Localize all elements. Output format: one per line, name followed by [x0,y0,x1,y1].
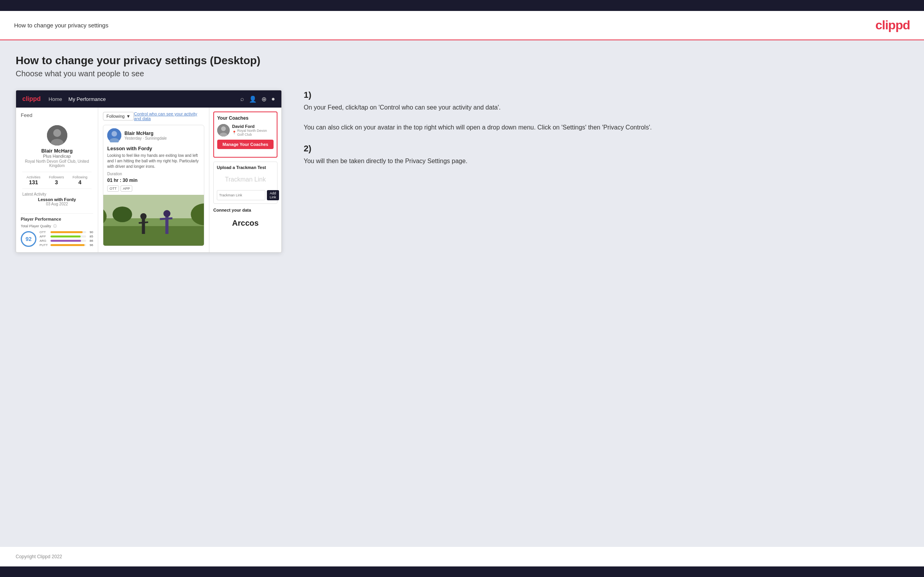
control-privacy-link[interactable]: Control who can see your activity and da… [134,111,204,121]
stat-activities-label: Activities [27,175,41,179]
bars: OTT 90 APP 85 ARG [40,230,93,248]
svg-point-4 [112,131,117,137]
trackman-input[interactable] [217,190,265,200]
latest-activity-label: Latest Activity [22,192,92,196]
latest-activity-name: Lesson with Fordy [22,197,92,202]
bottom-bar [0,566,924,577]
nav-item-home[interactable]: Home [49,96,62,102]
trackman-add-button[interactable]: Add Link [267,190,279,200]
main-content: How to change your privacy settings (Des… [0,40,924,547]
coach-avatar-inner [217,124,230,137]
post-tags: OTT APP [107,185,200,192]
instruction-1: 1) On your Feed, click/tap on 'Control w… [304,90,908,133]
bar-app: APP 85 [40,235,93,238]
svg-point-17 [164,210,171,217]
copyright: Copyright Clippd 2022 [16,554,62,559]
coaches-section: Your Coaches [213,111,277,158]
page-subtitle: Choose what you want people to see [16,69,908,78]
svg-point-20 [221,126,226,131]
app-feed: Following ▼ Control who can see your act… [98,108,209,252]
post-duration-label: Duration [107,172,200,176]
post-meta: Blair McHarg Yesterday · Sunningdale [124,131,200,140]
top-bar [0,0,924,11]
app-body: Feed Blair Mc [16,108,281,252]
profile-club: Royal North Devon Golf Club, United King… [22,159,92,168]
instruction-2-number: 2) [304,144,908,154]
bar-arg: ARG 86 [40,239,93,243]
post-author: Blair McHarg [124,131,200,136]
connect-section: Connect your data Arccos [213,208,277,231]
app-mockup: clippd Home My Performance ⌕ 👤 ⊕ ● Feed [16,90,282,253]
connect-title: Connect your data [213,208,277,212]
trackman-input-row: Add Link [217,190,274,200]
svg-point-1 [53,129,61,137]
instructions: 1) On your Feed, click/tap on 'Control w… [296,90,908,177]
following-label: Following [106,114,124,119]
info-icon: ⓘ [53,224,57,228]
svg-point-10 [113,207,132,222]
svg-rect-7 [103,226,204,246]
coaches-title: Your Coaches [217,115,274,121]
chevron-down-icon: ▼ [126,114,130,119]
instruction-1-number: 1) [304,90,908,100]
coach-info: David Ford 📍 Royal North Devon Golf Club [232,124,274,137]
location-icon: 📍 [232,131,236,135]
post-body: Lesson with Fordy Looking to feel like m… [103,146,204,195]
tag-app: APP [121,185,132,192]
avatar-icon[interactable]: ● [271,95,275,103]
instruction-2: 2) You will then be taken directly to th… [304,144,908,166]
app-nav-logo: clippd [22,95,41,102]
stat-followers-value: 3 [49,179,64,185]
coach-name: David Ford [232,124,274,129]
instruction-1-text: On your Feed, click/tap on 'Control who … [304,102,908,133]
manage-coaches-button[interactable]: Manage Your Coaches [217,140,274,149]
avatar-svg [47,125,67,146]
instruction-2-text: You will then be taken directly to the P… [304,156,908,166]
post-image [103,195,204,246]
trackman-placeholder: Trackman Link [217,172,274,187]
stat-activities: Activities 131 [27,175,41,185]
coach-club: 📍 Royal North Devon Golf Club [232,129,274,137]
post-location: Yesterday · Sunningdale [124,136,200,140]
stat-following-label: Following [72,175,87,179]
app-right-panel: Your Coaches [209,108,281,252]
stat-following-value: 4 [72,179,87,185]
svg-line-15 [139,222,148,223]
coach-avatar [217,124,230,137]
following-button[interactable]: Following ▼ [103,112,134,120]
bar-putt: PUTT 96 [40,243,93,247]
header: How to change your privacy settings clip… [0,11,924,40]
nav-item-performance[interactable]: My Performance [68,96,106,102]
profile-name: Blair McHarg [22,148,92,154]
stat-following: Following 4 [72,175,87,185]
coach-item: David Ford 📍 Royal North Devon Golf Club [217,124,274,137]
feed-header: Following ▼ Control who can see your act… [103,111,204,121]
coach-avatar-svg [217,124,230,137]
post-description: Looking to feel like my hands are exitin… [107,153,200,169]
post-duration-value: 01 hr : 30 min [107,178,200,183]
user-icon[interactable]: 👤 [249,95,257,103]
quality-row: 92 OTT 90 APP [21,230,93,248]
app-nav-icons: ⌕ 👤 ⊕ ● [240,95,275,103]
app-nav: clippd Home My Performance ⌕ 👤 ⊕ ● [16,90,281,108]
post-card: Blair McHarg Yesterday · Sunningdale Les… [103,125,204,246]
profile-stats: Activities 131 Followers 3 Following 4 [22,172,92,189]
svg-rect-13 [142,218,145,234]
logo: clippd [875,18,910,32]
arccos-logo: Arccos [213,216,277,231]
trackman-title: Upload a Trackman Test [217,165,274,170]
stat-activities-value: 131 [27,179,41,185]
post-image-svg [103,195,204,246]
player-performance: Player Performance Total Player Quality … [21,213,93,248]
app-sidebar: Feed Blair Mc [16,108,98,252]
profile-avatar-inner [47,125,67,146]
stat-followers-label: Followers [49,175,64,179]
svg-point-14 [140,213,147,219]
feed-label: Feed [21,112,93,118]
content-area: clippd Home My Performance ⌕ 👤 ⊕ ● Feed [16,90,908,253]
post-header: Blair McHarg Yesterday · Sunningdale [103,125,204,146]
profile-tag: Plus Handicap [22,154,92,158]
profile-card: Blair McHarg Plus Handicap Royal North D… [21,122,93,209]
globe-icon[interactable]: ⊕ [261,95,267,103]
search-icon[interactable]: ⌕ [240,95,244,103]
